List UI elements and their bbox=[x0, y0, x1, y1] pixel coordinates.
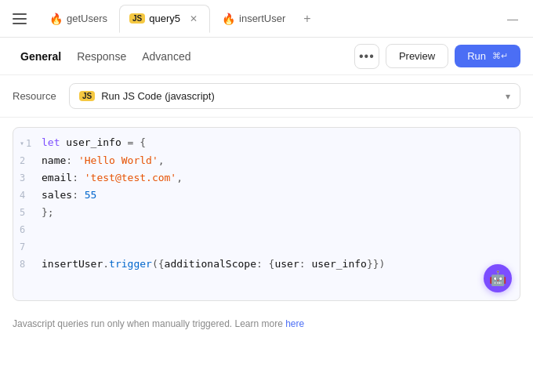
resource-select-dropdown[interactable]: JS Run JS Code (javascript) ▾ bbox=[69, 83, 520, 109]
code-token: user_info bbox=[66, 136, 121, 148]
js-icon-query5: JS bbox=[129, 13, 145, 24]
footer: Javascript queries run only when manuall… bbox=[0, 310, 533, 337]
line-number: 2 bbox=[20, 152, 42, 169]
editor-line-3: 3 email: 'test@test.com', bbox=[13, 169, 520, 187]
minimize-button[interactable]: — bbox=[502, 8, 524, 30]
code-token: 'Hello World' bbox=[78, 154, 158, 166]
editor-line-6: 6 bbox=[13, 221, 520, 238]
line-number: 8 bbox=[20, 256, 42, 273]
code-token: 'test@test.com' bbox=[85, 172, 176, 183]
line-code: email: 'test@test.com', bbox=[42, 169, 513, 187]
fold-button[interactable]: ▾ bbox=[20, 135, 24, 152]
code-token: : bbox=[299, 258, 312, 270]
code-token: sales bbox=[42, 189, 72, 201]
code-token: : bbox=[66, 154, 78, 166]
code-token: additionalScope bbox=[165, 258, 256, 270]
code-token: 55 bbox=[85, 189, 97, 201]
code-token: , bbox=[176, 172, 183, 183]
code-token: : bbox=[72, 172, 85, 183]
line-number: ▾1 bbox=[20, 135, 42, 152]
toolbar-actions: ••• Preview Run ⌘↵ bbox=[354, 44, 520, 69]
nav-response[interactable]: Response bbox=[69, 45, 134, 67]
resource-row: Resource JS Run JS Code (javascript) ▾ bbox=[0, 75, 533, 118]
run-button[interactable]: Run ⌘↵ bbox=[455, 45, 520, 67]
line-number: 6 bbox=[20, 221, 42, 238]
line-number: 5 bbox=[20, 204, 42, 221]
editor-line-1: ▾1let user_info = { bbox=[13, 134, 520, 152]
run-shortcut: ⌘↵ bbox=[492, 51, 508, 61]
tab-label-query5: query5 bbox=[149, 13, 180, 24]
editor-line-4: 4 sales: 55 bbox=[13, 187, 520, 204]
code-token: ({ bbox=[152, 258, 165, 270]
code-token: user_info bbox=[311, 258, 366, 270]
line-code: name: 'Hello World', bbox=[42, 152, 513, 169]
line-code: insertUser.trigger({additionalScope: {us… bbox=[42, 256, 513, 273]
resource-label: Resource bbox=[13, 90, 60, 102]
tab-close-query5[interactable]: ✕ bbox=[187, 13, 200, 25]
resource-select-value: JS Run JS Code (javascript) bbox=[79, 90, 215, 102]
tab-query5[interactable]: JS query5 ✕ bbox=[119, 5, 210, 33]
code-editor[interactable]: ▾1let user_info = {2 name: 'Hello World'… bbox=[13, 127, 520, 301]
code-token: = { bbox=[121, 136, 146, 148]
editor-line-2: 2 name: 'Hello World', bbox=[13, 152, 520, 169]
line-code: sales: 55 bbox=[42, 187, 513, 204]
editor-line-7: 7 bbox=[13, 238, 520, 256]
add-tab-button[interactable]: + bbox=[297, 9, 317, 29]
code-token: insertUser bbox=[42, 258, 103, 270]
fire-icon-getUsers: 🔥 bbox=[49, 13, 63, 25]
resource-js-badge: JS bbox=[79, 91, 95, 101]
run-label: Run bbox=[467, 50, 486, 62]
code-token: let bbox=[42, 136, 66, 148]
tab-insertUser[interactable]: 🔥 insertUser bbox=[212, 5, 296, 33]
line-number: 7 bbox=[20, 238, 42, 256]
resource-value-text: Run JS Code (javascript) bbox=[101, 90, 215, 102]
nav-advanced[interactable]: Advanced bbox=[134, 45, 198, 67]
code-token: : bbox=[72, 189, 85, 201]
tab-label-getUsers: getUsers bbox=[67, 13, 107, 24]
ai-icon: 🤖 bbox=[489, 270, 506, 287]
toolbar-nav: General Response Advanced bbox=[13, 45, 198, 67]
editor-line-5: 5}; bbox=[13, 204, 520, 221]
fire-icon-insertUser: 🔥 bbox=[222, 13, 235, 25]
line-code: }; bbox=[42, 204, 513, 221]
code-token: , bbox=[158, 154, 165, 166]
code-token: trigger bbox=[109, 258, 152, 270]
toolbar: General Response Advanced ••• Preview Ru… bbox=[0, 38, 533, 75]
tab-bar: 🔥 getUsers JS query5 ✕ 🔥 insertUser + bbox=[39, 5, 495, 33]
chevron-down-icon: ▾ bbox=[506, 91, 510, 102]
tab-getUsers[interactable]: 🔥 getUsers bbox=[39, 5, 118, 33]
titlebar: 🔥 getUsers JS query5 ✕ 🔥 insertUser + — bbox=[0, 0, 533, 38]
line-number: 3 bbox=[20, 169, 42, 187]
code-token: }}) bbox=[367, 258, 385, 270]
learn-more-link[interactable]: here bbox=[285, 318, 304, 329]
ai-assistant-button[interactable]: 🤖 bbox=[484, 264, 512, 292]
nav-general[interactable]: General bbox=[13, 45, 69, 67]
more-options-button[interactable]: ••• bbox=[354, 44, 379, 69]
code-token: : { bbox=[256, 258, 274, 270]
code-token: name bbox=[42, 154, 66, 166]
code-token: user bbox=[274, 258, 299, 270]
code-token: }; bbox=[42, 206, 54, 218]
line-code: let user_info = { bbox=[42, 134, 513, 151]
window-controls: — bbox=[502, 8, 524, 30]
preview-button[interactable]: Preview bbox=[386, 44, 448, 68]
footer-text: Javascript queries run only when manuall… bbox=[13, 318, 285, 329]
editor-content[interactable]: ▾1let user_info = {2 name: 'Hello World'… bbox=[13, 128, 520, 300]
tab-label-insertUser: insertUser bbox=[239, 13, 285, 24]
code-token: . bbox=[103, 258, 109, 270]
hamburger-menu[interactable] bbox=[9, 10, 30, 27]
editor-line-8: 8insertUser.trigger({additionalScope: {u… bbox=[13, 256, 520, 273]
line-number: 4 bbox=[20, 187, 42, 204]
code-token: email bbox=[42, 172, 72, 183]
